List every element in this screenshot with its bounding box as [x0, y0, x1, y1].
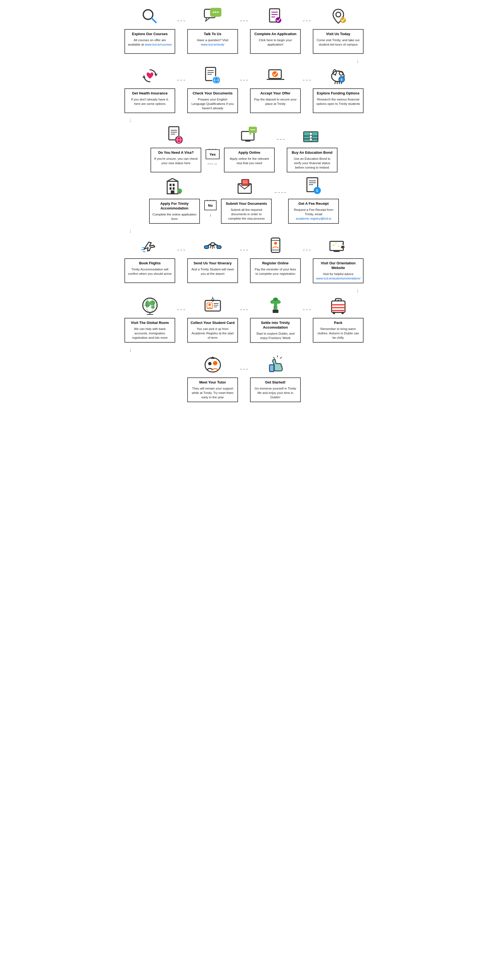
card-trinity-accommodation: Apply For Trinity Accommodation Complete…	[149, 175, 200, 224]
receipt-euro-icon: €	[303, 175, 325, 197]
card-box-meet-tutor: Meet Your Tutor They will remain your su…	[187, 377, 238, 402]
dash-r5-1-2	[177, 250, 185, 250]
tcd-courses-link[interactable]: www.tcd.ie/courses	[145, 43, 172, 46]
card-box-get-started: Get Started! Go immerse yourself in Trin…	[250, 377, 301, 402]
card-box-apply-online: Apply Online Apply online for the releva…	[224, 148, 275, 172]
card-box-student-card: Collect Your Student Card You can pick i…	[187, 318, 238, 343]
heart-insurance-icon	[139, 65, 161, 87]
down-arrow-row1: ↓	[125, 57, 363, 65]
row-1: Explore Our Courses All courses on offer…	[125, 5, 363, 54]
flow-container: Explore Our Courses All courses on offer…	[122, 0, 366, 410]
card-box-talk-to-us: Talk To Us Have a question? Visit www.tc…	[187, 29, 238, 54]
svg-text:€: €	[316, 189, 318, 193]
fee-receipt-email-link[interactable]: academic.registry@tcd.ie	[296, 217, 331, 220]
submit-documents-desc: Submit all the required documents in ord…	[224, 208, 268, 221]
card-settle-accommodation: Settle into Trinity Accomodation Start t…	[250, 294, 301, 343]
down-arrow-4: ↓	[129, 227, 132, 234]
no-box: No	[204, 200, 217, 210]
explore-courses-desc: All courses on offer are available at ww…	[128, 38, 172, 47]
card-orientation-website: Visit Our Orientation Website Visit for …	[313, 235, 364, 283]
svg-marker-3	[205, 18, 210, 21]
card-box-explore-funding: Explore Funding Options Research the var…	[313, 88, 364, 113]
svg-point-58	[309, 138, 312, 142]
tutor-people-icon	[202, 354, 224, 376]
card-visa-question: Do You Need A Visa? If you're unsure, yo…	[151, 124, 201, 172]
dash-r2-3-4	[303, 80, 311, 80]
down-arrow-2: ↓	[129, 116, 132, 124]
airplane-icon	[139, 235, 161, 257]
settle-accommodation-desc: Start to explore Dublin, and enjoy Fresh…	[254, 331, 298, 340]
svg-point-30	[335, 75, 336, 75]
card-talk-to-us: Talk To Us Have a question? Visit www.tc…	[187, 5, 238, 54]
row-7: Meet Your Tutor They will remain your su…	[125, 354, 363, 402]
down-arrow-5: ↓	[356, 286, 359, 294]
svg-point-121	[273, 298, 278, 301]
svg-line-32	[335, 81, 335, 84]
svg-point-50	[250, 129, 252, 130]
svg-point-101	[151, 306, 155, 309]
dash-r6-3-4	[303, 309, 311, 310]
piggy-bank-icon: €	[327, 65, 349, 87]
card-check-documents: Check Your Documents Prepare your Englis…	[187, 65, 238, 113]
svg-point-57	[309, 135, 312, 138]
svg-line-135	[273, 357, 274, 358]
svg-point-100	[149, 301, 155, 305]
svg-point-56	[309, 133, 312, 135]
svg-rect-63	[173, 188, 174, 190]
visa-question-title: Do You Need A Visa?	[154, 150, 198, 155]
student-card-title: Collect Your Student Card	[190, 321, 234, 325]
card-box-complete-application: Complete An Application Click here to be…	[250, 29, 301, 54]
education-bond-desc: Use an Education Bond to verify your fin…	[290, 156, 334, 170]
svg-line-84	[210, 246, 211, 248]
card-box-health-insurance: Get Health Insurance If you don't alread…	[124, 88, 175, 113]
dash-2-3	[240, 21, 248, 21]
card-explore-funding: € Explore Funding Options Research the v…	[313, 65, 364, 113]
card-send-itinerary: Send Us Your Itinerary And a Trinity Stu…	[187, 235, 238, 283]
explore-funding-desc: Research the various financial options o…	[316, 97, 360, 106]
dash-r4-back: ←	[274, 190, 286, 195]
send-itinerary-desc: And a Trinity Student will meet you at t…	[190, 267, 234, 276]
svg-rect-83	[217, 246, 221, 249]
card-box-orientation-website: Visit Our Orientation Website Visit for …	[313, 258, 364, 283]
id-card-icon	[202, 294, 224, 316]
svg-point-108	[208, 304, 211, 306]
svg-point-52	[254, 129, 255, 130]
complete-application-title: Complete An Application	[254, 32, 298, 37]
svg-point-90	[274, 242, 277, 245]
svg-rect-64	[171, 191, 174, 194]
svg-line-1	[152, 18, 156, 22]
thumbs-up-icon	[265, 354, 287, 376]
get-started-desc: Go immerse yourself in Trinity life and …	[254, 386, 298, 399]
meet-tutor-title: Meet Your Tutor	[190, 380, 234, 385]
svg-point-130	[208, 362, 211, 365]
dash-r6-2-3	[240, 309, 248, 310]
svg-line-86	[214, 246, 214, 248]
svg-rect-106	[205, 301, 220, 311]
check-documents-desc: Prepare your English Language Qualificat…	[190, 97, 234, 110]
dash-r3-2-3	[277, 139, 285, 140]
pack-title: Pack	[316, 321, 360, 325]
svg-line-134	[280, 357, 281, 358]
envelope-docs-icon	[236, 175, 257, 197]
down-arrow-row2: ↓	[125, 116, 363, 124]
monitor-chat-icon	[238, 124, 260, 146]
card-accept-offer: Accept Your Offer Pay the deposit to sec…	[250, 65, 301, 113]
dash-r5-2-3	[240, 250, 248, 250]
talk-to-us-title: Talk To Us	[190, 32, 234, 37]
row-2: Get Health Insurance If you don't alread…	[125, 65, 363, 113]
magnifier-icon	[139, 5, 161, 27]
doc-globe-icon	[165, 124, 187, 146]
submit-documents-title: Submit Your Documents	[224, 202, 268, 206]
global-room-title: Visit The Global Room	[128, 321, 172, 325]
visit-us-today-title: Visit Us Today	[316, 32, 360, 37]
card-box-visa-question: Do You Need A Visa? If you're unsure, yo…	[151, 148, 201, 172]
orientation-link[interactable]: www.tcd.ie/students/orientation/	[316, 277, 361, 280]
register-online-desc: Pay the reminder of your fees to complet…	[254, 267, 298, 276]
application-form-icon	[265, 5, 287, 27]
card-box-trinity-accommodation: Apply For Trinity Accommodation Complete…	[149, 199, 200, 224]
handshake-icon	[202, 235, 224, 257]
svg-rect-91	[330, 242, 343, 251]
svg-point-51	[252, 129, 254, 130]
tcd-study-link[interactable]: www.tcd.ie/study	[201, 43, 225, 46]
card-fee-receipt: € Get A Fee Receipt Request a Fee Receip…	[288, 175, 339, 223]
